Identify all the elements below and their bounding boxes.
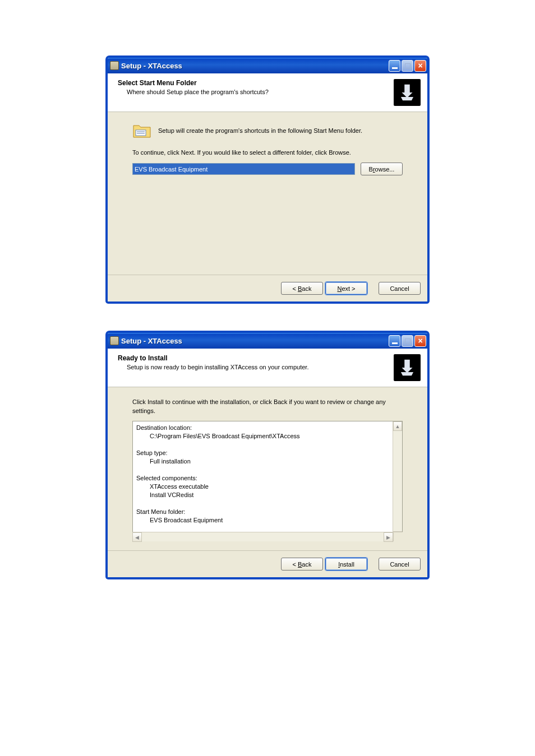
scroll-right-icon[interactable]: ▶ [384, 532, 393, 542]
installer-icon [394, 354, 421, 381]
window-title: Setup - XTAccess [121, 337, 389, 345]
wizard-footer: < Back Next > Cancel [108, 275, 427, 302]
folder-icon [132, 122, 151, 139]
wizard-window-startmenu: Setup - XTAccess × Select Start Menu Fol… [106, 56, 429, 303]
svg-rect-0 [136, 130, 146, 136]
cancel-button[interactable]: Cancel [379, 558, 421, 571]
horizontal-scrollbar[interactable]: ◀ ▶ [132, 532, 403, 541]
wizard-footer: < Back Install Cancel [108, 550, 427, 577]
close-button[interactable]: × [414, 60, 426, 72]
install-button[interactable]: Install [325, 558, 367, 571]
window-title: Setup - XTAccess [121, 62, 389, 70]
titlebar[interactable]: Setup - XTAccess × [108, 58, 427, 73]
scroll-left-icon[interactable]: ◀ [132, 532, 142, 542]
window-controls: × [389, 60, 426, 72]
continue-text: To continue, click Next. If you would li… [132, 148, 403, 157]
wizard-body: Click Install to continue with the insta… [108, 387, 427, 550]
cancel-button[interactable]: Cancel [379, 282, 421, 295]
browse-button[interactable]: Browse... [361, 163, 403, 175]
back-button[interactable]: < Back [281, 558, 323, 571]
info-text: Setup will create the program's shortcut… [158, 126, 362, 135]
vertical-scrollbar[interactable]: ▲ ▼ [393, 421, 402, 541]
wizard-window-ready: Setup - XTAccess × Ready to Install Setu… [106, 331, 429, 579]
titlebar[interactable]: Setup - XTAccess × [108, 333, 427, 349]
minimize-button[interactable] [389, 335, 400, 347]
wizard-header: Ready to Install Setup is now ready to b… [108, 349, 427, 387]
app-icon [110, 336, 119, 345]
summary-content: Destination location: C:\Program Files\E… [133, 421, 393, 541]
page-subtitle: Setup is now ready to begin installing X… [118, 364, 394, 370]
wizard-body: Setup will create the program's shortcut… [108, 112, 427, 275]
page-subtitle: Where should Setup place the program's s… [118, 89, 394, 95]
summary-textarea[interactable]: Destination location: C:\Program Files\E… [132, 421, 403, 541]
maximize-button [402, 335, 413, 347]
minimize-button[interactable] [389, 60, 400, 72]
page-title: Ready to Install [118, 354, 394, 362]
app-icon [110, 61, 119, 70]
window-controls: × [389, 335, 426, 347]
scroll-up-icon[interactable]: ▲ [393, 421, 402, 431]
page-title: Select Start Menu Folder [118, 79, 394, 87]
info-text: Click Install to continue with the insta… [132, 397, 403, 415]
next-button[interactable]: Next > [325, 282, 367, 295]
close-button[interactable]: × [414, 335, 426, 347]
startmenu-folder-input[interactable] [132, 163, 355, 175]
back-button[interactable]: < Back [281, 282, 323, 295]
maximize-button [402, 60, 413, 72]
wizard-header: Select Start Menu Folder Where should Se… [108, 73, 427, 112]
installer-icon [394, 79, 421, 106]
